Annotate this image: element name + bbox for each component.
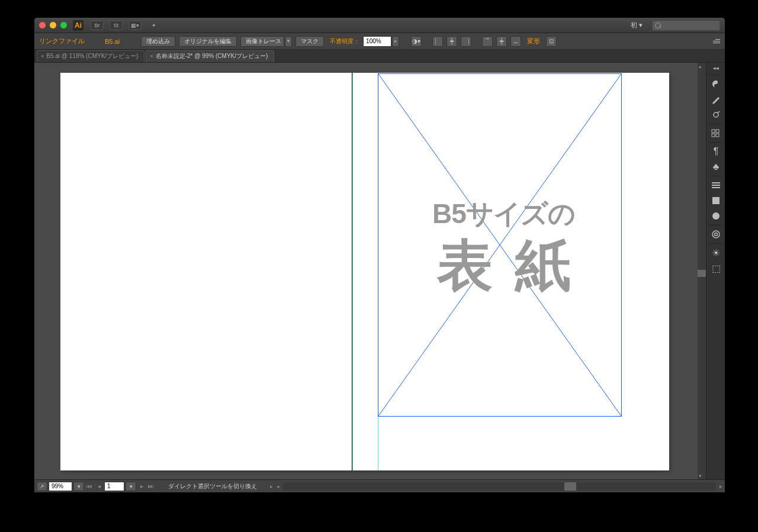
svg-point-2 [714,112,718,117]
tab-label: B5.ai @ 118% (CMYK/プレビュー) [46,52,138,60]
appearance-panel-icon[interactable] [706,193,725,208]
traffic-lights [39,22,67,28]
cover-text-line1: B5サイズの [432,196,575,233]
close-tab-icon[interactable]: × [150,53,153,59]
scroll-left-arrow[interactable]: ◂ [277,483,280,489]
swatches-panel-icon[interactable] [706,92,725,107]
scroll-down-arrow[interactable]: ▾ [699,473,702,479]
last-artboard-button[interactable]: ⏭ [147,482,155,491]
svg-rect-7 [716,134,719,137]
right-panel-dock: ◂◂ ¶ ♣ ☀ ⬚ [706,63,725,479]
arrange-docs-button[interactable]: ▦▾ [129,21,142,30]
embed-button[interactable]: 埋め込み [141,36,175,47]
scroll-right-arrow[interactable]: ▸ [720,483,722,489]
tool-status-text: ダイレクト選択ツールを切り換え [168,482,257,491]
linked-file-name[interactable]: B5.ai [105,38,120,45]
close-window-button[interactable] [39,22,46,28]
minimize-window-button[interactable] [50,22,56,28]
svg-point-14 [715,233,718,236]
edit-original-button[interactable]: オリジナルを編集 [179,36,237,47]
artboard-number-input[interactable]: 1 [104,482,124,491]
control-menu-icon[interactable] [709,37,720,46]
layers-panel-icon[interactable] [706,178,725,193]
mask-button[interactable]: マスク [296,36,324,47]
opacity-dropdown[interactable]: ▸ [392,36,399,47]
app-window: Ai Br St ▦▾ ✦ 初 ▾ リンクファイル B5.ai 埋め込み オリジ… [34,18,725,492]
titlebar: Ai Br St ▦▾ ✦ 初 ▾ [34,18,725,33]
status-menu-arrow[interactable]: ▸ [270,483,273,489]
isolate-button[interactable]: ⊡ [546,36,557,47]
svg-point-12 [712,212,720,220]
graphic-styles-panel-icon[interactable]: ♣ [706,159,725,175]
close-tab-icon[interactable]: × [41,53,44,59]
gpu-preview-button[interactable]: ✦ [147,21,160,30]
vertical-scrollbar[interactable]: ▴ ▾ [698,63,706,479]
align-center-h-button[interactable]: ┿ [447,36,457,47]
next-artboard-button[interactable]: ▸ [137,482,146,491]
app-icon: Ai [73,20,83,31]
status-bar: ↗ 99% ▾ ⏮ ◂ 1 ▾ ▸ ⏭ ダイレクト選択ツールを切り換え ▸ ◂ … [34,479,725,492]
tab-label: 名称未設定-2* @ 99% (CMYK/プレビュー) [156,52,268,60]
guide-vertical[interactable] [352,73,353,470]
image-trace-button[interactable]: 画像トレース [240,36,284,47]
libraries-panel-icon[interactable] [706,227,725,242]
bridge-button[interactable]: Br [91,21,104,30]
tab-untitled2[interactable]: × 名称未設定-2* @ 99% (CMYK/プレビュー) [146,50,274,62]
opacity-label: 不透明度： [330,37,359,46]
align-right-button[interactable]: ⎹ [461,36,471,47]
align-center-v-button[interactable]: ┿ [496,36,507,47]
tab-b5ai[interactable]: × B5.ai @ 118% (CMYK/プレビュー) [37,50,144,62]
workspace-switcher[interactable]: 初 ▾ [626,20,647,31]
prev-artboard-button[interactable]: ◂ [95,482,103,491]
cover-text-line2: 表 紙 [437,228,574,304]
horizontal-scroll-thumb[interactable] [564,482,576,491]
expand-panels-icon[interactable]: ◂◂ [706,63,725,73]
stroke-panel-icon[interactable]: ¶ [706,144,725,159]
scroll-up-arrow[interactable]: ▴ [699,63,702,69]
search-field[interactable] [652,20,720,31]
svg-line-3 [718,111,720,113]
document-tabs: × B5.ai @ 118% (CMYK/プレビュー) × 名称未設定-2* @… [34,50,725,63]
asset-export-panel-icon[interactable]: ⬚ [706,260,725,276]
svg-rect-5 [716,130,719,133]
symbols-panel-icon[interactable] [706,125,725,141]
artboard-dropdown[interactable]: ▾ [126,482,136,491]
svg-rect-6 [712,134,715,137]
first-artboard-button[interactable]: ⏮ [85,482,94,491]
canvas-area[interactable]: B5サイズの 表 紙 ▴ ▾ ◂◂ ¶ ♣ ☀ ⬚ [34,63,725,479]
transparency-panel-icon[interactable] [706,208,725,224]
zoom-dropdown[interactable]: ▾ [73,482,84,491]
image-trace-dropdown[interactable]: ▼ [285,36,292,47]
align-top-button[interactable]: ⎺ [482,36,493,47]
align-left-button[interactable]: ⎸ [432,36,443,47]
properties-panel-icon[interactable]: ☀ [706,245,725,260]
stock-button[interactable]: St [110,21,123,30]
horizontal-scrollbar[interactable] [283,482,716,491]
zoom-window-button[interactable] [60,22,67,28]
vertical-scroll-thumb[interactable] [698,270,706,277]
control-bar: リンクファイル B5.ai 埋め込み オリジナルを編集 画像トレース ▼ マスク… [34,33,725,50]
svg-rect-4 [712,130,715,133]
recolor-artwork-button[interactable]: ◑▾ [411,36,422,47]
opacity-input[interactable]: 100% [363,36,391,47]
color-panel-icon[interactable] [706,76,725,92]
link-file-label: リンクファイル [39,37,85,46]
zoom-input[interactable]: 99% [49,482,72,491]
align-bottom-button[interactable]: ⎽ [510,36,521,47]
transform-label[interactable]: 変形 [527,37,540,46]
svg-point-13 [712,231,720,238]
brushes-panel-icon[interactable] [706,107,725,122]
svg-rect-11 [712,197,720,204]
export-button[interactable]: ↗ [37,482,47,491]
